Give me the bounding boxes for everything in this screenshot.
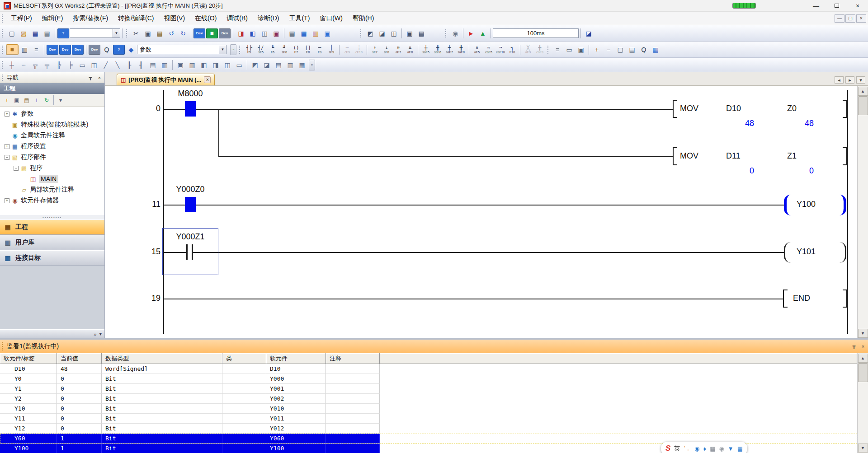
menu-item-0[interactable]: 工程(P) (6, 13, 37, 24)
mdi-minimize-button[interactable]: — (835, 14, 844, 23)
device-comment-badge-icon[interactable]: Dev (193, 28, 205, 38)
table-row[interactable]: Y10BitY001 (0, 384, 857, 394)
instruction-operand[interactable]: D11 (726, 151, 741, 161)
paste-icon[interactable]: ▤ (154, 28, 165, 38)
paste-data-icon[interactable]: ▤ (22, 96, 31, 105)
ladder-symbol-sF8-button[interactable]: ↓sF8 (381, 43, 392, 56)
ladder-symbol-F9-button[interactable]: ─F9 (314, 43, 326, 56)
instruction-operand[interactable]: Z1 (787, 151, 797, 161)
scan-time-input[interactable]: 100ms (493, 28, 579, 38)
ime-mic-icon[interactable]: ♦ (703, 445, 707, 452)
quick-select-combo[interactable]: ▼ (70, 28, 120, 38)
delete-col-icon[interactable]: ╞ (65, 60, 76, 70)
ladder-symbol-sF9-button[interactable]: │sF9 (326, 43, 337, 56)
ladder-editor[interactable]: 0 11 15 19 M8000 MOV D10 Z0 48 48 MOV (105, 86, 857, 338)
ladder-symbol-saF5-button[interactable]: ╪saF5 (420, 43, 432, 56)
tree-item-程序部件[interactable]: −▧程序部件 (0, 152, 104, 163)
force-on-icon[interactable]: ◧ (198, 60, 209, 70)
device-search-icon[interactable]: Q (101, 45, 112, 55)
filter-icon[interactable]: ▾ (56, 96, 65, 105)
menu-item-3[interactable]: 转换/编译(C) (113, 13, 159, 24)
tab-scroll-right-icon[interactable]: ▸ (845, 76, 854, 84)
nav-expand-icon[interactable]: » (94, 332, 96, 337)
scroll-up-icon[interactable]: ▲ (858, 87, 868, 96)
watch-clear-icon[interactable]: ◫ (222, 60, 233, 70)
nav-splitter[interactable]: ••••••••• (0, 215, 104, 219)
fall-edge-icon[interactable]: ╲ (112, 60, 123, 70)
device-skip-icon[interactable]: ▣ (175, 60, 186, 70)
pin-icon[interactable]: ┳ (86, 74, 94, 81)
find-help-icon[interactable]: ? (113, 45, 125, 55)
rise-edge-icon[interactable]: ╱ (100, 60, 111, 70)
menu-item-7[interactable]: 诊断(D) (253, 13, 284, 24)
ime-person-icon[interactable]: ◉ (719, 445, 724, 452)
plc-write-icon[interactable]: ◨ (236, 28, 246, 38)
comment-display-icon[interactable]: ▤ (627, 45, 637, 55)
force-off-icon[interactable]: ◨ (210, 60, 221, 70)
toolbar-overflow-icon[interactable]: » (309, 60, 315, 70)
tab-close-icon[interactable]: × (204, 76, 211, 83)
menu-item-8[interactable]: 工具(T) (284, 13, 315, 24)
tree-item-局部软元件注释[interactable]: ▱局部软元件注释 (0, 184, 104, 195)
save-icon[interactable]: ▦ (30, 28, 41, 38)
ladder-symbol-aF8-button[interactable]: ⇊aF8 (404, 43, 416, 56)
scroll-thumb[interactable] (858, 363, 868, 382)
tab-list-icon[interactable]: ▾ (856, 76, 865, 84)
ladder-symbol-F8-button[interactable]: []F8 (302, 43, 314, 56)
ime-emoji-icon[interactable]: ◉ (694, 445, 699, 452)
insert-col-icon[interactable]: ╠ (53, 60, 64, 70)
mdi-restore-button[interactable]: ▢ (845, 14, 855, 23)
program-check-icon[interactable]: ▦ (298, 28, 309, 38)
ime-toolbar[interactable]: S英’，◉♦▦◉▼▦ (661, 442, 747, 453)
find-device-icon[interactable]: Q (638, 45, 649, 55)
watch-window2-icon[interactable]: ▤ (416, 28, 427, 38)
close-button[interactable]: × (847, 0, 868, 12)
scan-set2-icon[interactable]: ◪ (261, 60, 272, 70)
table-row[interactable]: D1048Word[Signed]D10 (0, 364, 857, 374)
tree-item-MAIN[interactable]: ◫MAIN (0, 173, 104, 184)
plc-read-icon[interactable]: ◧ (247, 28, 258, 38)
ladder-scrollbar[interactable]: ▲ ▼ (857, 86, 868, 338)
expand-icon[interactable]: + (5, 198, 9, 203)
cut-icon[interactable]: ✂ (131, 28, 142, 38)
menu-item-10[interactable]: 帮助(H) (348, 13, 379, 24)
new-data-icon[interactable]: + (2, 96, 11, 105)
copy-icon[interactable]: ▣ (142, 28, 153, 38)
contact-m8000-on[interactable] (185, 101, 196, 117)
monitor-caution-icon[interactable]: ▲ (477, 28, 488, 38)
column-header[interactable]: 注释 (326, 353, 380, 364)
buffer-monitor-icon[interactable]: ◫ (388, 28, 399, 38)
doc-mark1-icon[interactable]: ▤ (147, 60, 158, 70)
watch-scrollbar[interactable]: ▲ ▼ (857, 353, 868, 453)
output-view-icon[interactable]: ≡ (31, 45, 42, 55)
transfer-setup-icon[interactable]: ◪ (583, 28, 594, 38)
coil-name[interactable]: Y101 (797, 247, 816, 257)
menu-item-5[interactable]: 在线(O) (190, 13, 222, 24)
sogou-logo-icon[interactable]: S (665, 444, 670, 453)
ladder-symbol-saF7-button[interactable]: ┼saF7 (443, 43, 455, 56)
nav-close-icon[interactable]: × (95, 74, 104, 81)
monitor-status-icon[interactable]: ◉ (450, 28, 461, 38)
tab-scroll-left-icon[interactable]: ◂ (835, 76, 844, 84)
device-test-badge-icon[interactable]: Dev (219, 28, 231, 38)
build-icon[interactable]: ▥ (310, 28, 321, 38)
toolbar-overflow-icon[interactable]: » (230, 44, 236, 55)
open-icon[interactable]: ▨ (18, 28, 29, 38)
table-row[interactable]: Y100BitY010 (0, 404, 857, 414)
zoom-in-icon[interactable]: + (591, 45, 602, 55)
ladder-symbol-F5-button[interactable]: ┤├F5 (243, 43, 255, 56)
pin-icon[interactable]: ┳ (850, 343, 858, 350)
contact-y000z0-on[interactable] (185, 197, 196, 212)
instruction-op[interactable]: MOV (680, 151, 698, 161)
mdi-close-button[interactable]: × (856, 14, 866, 23)
watch-close-icon[interactable]: × (859, 343, 867, 350)
erase-line-icon[interactable]: ┈ (18, 60, 29, 70)
instruction-operand[interactable]: Z0 (787, 104, 797, 113)
coil-name[interactable]: Y100 (797, 200, 816, 209)
ime-keyboard-icon[interactable]: ▦ (710, 445, 715, 452)
cross-reference-icon[interactable]: ◆ (126, 45, 137, 55)
column-header[interactable]: 当前值 (57, 353, 102, 364)
refresh-icon[interactable]: ↻ (42, 96, 51, 105)
entry-monitor-icon[interactable]: ◪ (377, 28, 387, 38)
instruction-operand[interactable]: D10 (726, 104, 741, 113)
